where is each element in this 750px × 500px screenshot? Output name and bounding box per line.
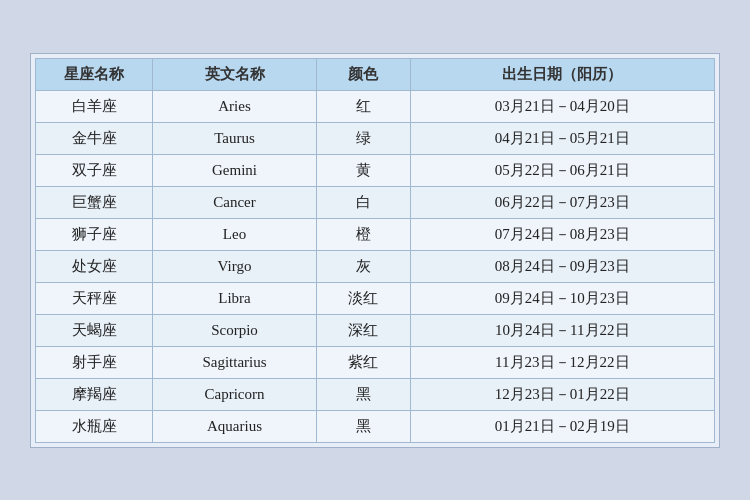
cell-color: 黑 <box>316 410 410 442</box>
cell-zh: 金牛座 <box>36 122 153 154</box>
cell-en: Sagittarius <box>153 346 317 378</box>
cell-zh: 水瓶座 <box>36 410 153 442</box>
zodiac-table-container: 星座名称 英文名称 颜色 出生日期（阳历） 白羊座Aries红03月21日－04… <box>30 53 720 448</box>
table-row: 摩羯座Capricorn黑12月23日－01月22日 <box>36 378 715 410</box>
cell-en: Gemini <box>153 154 317 186</box>
cell-date: 04月21日－05月21日 <box>410 122 714 154</box>
cell-date: 10月24日－11月22日 <box>410 314 714 346</box>
table-row: 射手座Sagittarius紫红11月23日－12月22日 <box>36 346 715 378</box>
cell-date: 07月24日－08月23日 <box>410 218 714 250</box>
cell-zh: 双子座 <box>36 154 153 186</box>
cell-zh: 巨蟹座 <box>36 186 153 218</box>
cell-color: 橙 <box>316 218 410 250</box>
cell-en: Taurus <box>153 122 317 154</box>
table-body: 白羊座Aries红03月21日－04月20日金牛座Taurus绿04月21日－0… <box>36 90 715 442</box>
table-row: 狮子座Leo橙07月24日－08月23日 <box>36 218 715 250</box>
table-header-row: 星座名称 英文名称 颜色 出生日期（阳历） <box>36 58 715 90</box>
zodiac-table: 星座名称 英文名称 颜色 出生日期（阳历） 白羊座Aries红03月21日－04… <box>35 58 715 443</box>
cell-zh: 天蝎座 <box>36 314 153 346</box>
cell-en: Aquarius <box>153 410 317 442</box>
cell-date: 09月24日－10月23日 <box>410 282 714 314</box>
cell-zh: 摩羯座 <box>36 378 153 410</box>
cell-en: Libra <box>153 282 317 314</box>
cell-color: 黑 <box>316 378 410 410</box>
cell-date: 01月21日－02月19日 <box>410 410 714 442</box>
header-date: 出生日期（阳历） <box>410 58 714 90</box>
cell-color: 淡红 <box>316 282 410 314</box>
cell-date: 12月23日－01月22日 <box>410 378 714 410</box>
header-color: 颜色 <box>316 58 410 90</box>
cell-en: Scorpio <box>153 314 317 346</box>
table-row: 水瓶座Aquarius黑01月21日－02月19日 <box>36 410 715 442</box>
cell-color: 灰 <box>316 250 410 282</box>
table-row: 天蝎座Scorpio深红10月24日－11月22日 <box>36 314 715 346</box>
cell-color: 黄 <box>316 154 410 186</box>
cell-date: 08月24日－09月23日 <box>410 250 714 282</box>
table-row: 处女座Virgo灰08月24日－09月23日 <box>36 250 715 282</box>
table-row: 双子座Gemini黄05月22日－06月21日 <box>36 154 715 186</box>
cell-zh: 处女座 <box>36 250 153 282</box>
cell-date: 03月21日－04月20日 <box>410 90 714 122</box>
cell-zh: 狮子座 <box>36 218 153 250</box>
cell-zh: 天秤座 <box>36 282 153 314</box>
table-row: 金牛座Taurus绿04月21日－05月21日 <box>36 122 715 154</box>
cell-en: Capricorn <box>153 378 317 410</box>
cell-color: 绿 <box>316 122 410 154</box>
cell-date: 06月22日－07月23日 <box>410 186 714 218</box>
cell-color: 红 <box>316 90 410 122</box>
cell-en: Aries <box>153 90 317 122</box>
header-en: 英文名称 <box>153 58 317 90</box>
table-row: 天秤座Libra淡红09月24日－10月23日 <box>36 282 715 314</box>
cell-en: Leo <box>153 218 317 250</box>
cell-color: 白 <box>316 186 410 218</box>
cell-color: 深红 <box>316 314 410 346</box>
table-row: 巨蟹座Cancer白06月22日－07月23日 <box>36 186 715 218</box>
cell-color: 紫红 <box>316 346 410 378</box>
cell-en: Cancer <box>153 186 317 218</box>
table-row: 白羊座Aries红03月21日－04月20日 <box>36 90 715 122</box>
cell-en: Virgo <box>153 250 317 282</box>
cell-zh: 白羊座 <box>36 90 153 122</box>
cell-date: 05月22日－06月21日 <box>410 154 714 186</box>
cell-zh: 射手座 <box>36 346 153 378</box>
cell-date: 11月23日－12月22日 <box>410 346 714 378</box>
header-zh: 星座名称 <box>36 58 153 90</box>
